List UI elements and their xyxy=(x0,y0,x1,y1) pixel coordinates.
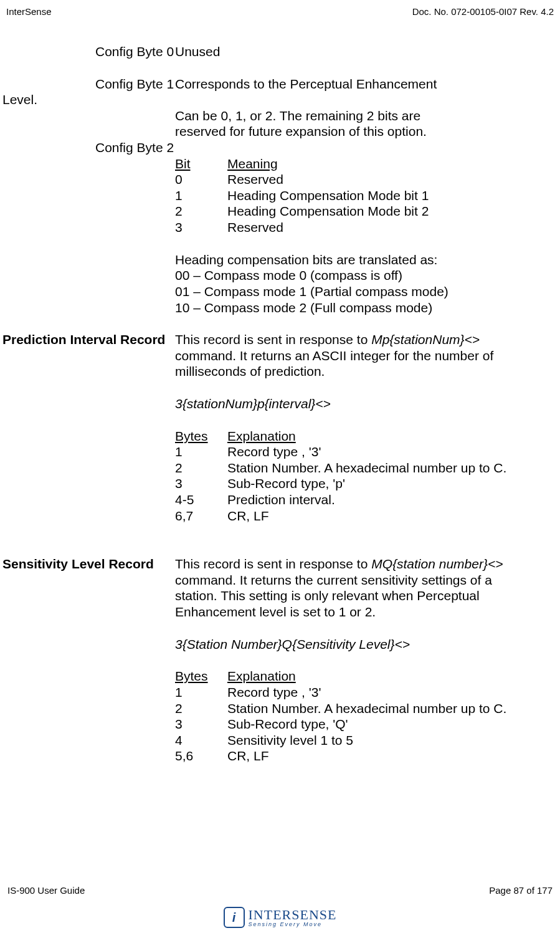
expl-cell: CR, LF xyxy=(227,508,554,524)
expl-cell: Sub-Record type, 'Q' xyxy=(227,716,554,732)
meaning-cell: Reserved xyxy=(227,171,554,188)
bytes-cell: 2 xyxy=(175,701,227,717)
bytes-cell: 6,7 xyxy=(175,508,227,524)
sensitivity-desc-line2: command. It returns the current sensitiv… xyxy=(175,572,560,588)
meaning-cell: Heading Compensation Mode bit 2 xyxy=(227,203,554,219)
translated-intro: Heading compensation bits are translated… xyxy=(175,252,560,268)
page-content: Config Byte 0 Unused Config Byte 1 Corre… xyxy=(0,44,560,764)
bytes-cell: 4 xyxy=(175,732,227,749)
bytes-cell: 1 xyxy=(175,684,227,701)
bit-header: Bit xyxy=(175,156,227,172)
expl-cell: Prediction interval. xyxy=(227,492,554,508)
compass-mode-2: 10 – Compass mode 2 (Full compass mode) xyxy=(175,300,560,316)
page-footer: IS-900 User Guide Page 87 of 177 xyxy=(0,885,560,896)
bytes-cell: 4-5 xyxy=(175,492,227,508)
bit-cell: 3 xyxy=(175,219,227,236)
expl-cell: Station Number. A hexadecimal number up … xyxy=(227,701,554,717)
explanation-header: Explanation xyxy=(227,668,554,684)
bytes-header: Bytes xyxy=(175,668,227,684)
prediction-desc-line1: This record is sent in response to Mp{st… xyxy=(175,332,560,348)
config-byte-1-level: Level. xyxy=(0,92,37,108)
sensitivity-desc-line3: station. This setting is only relevant w… xyxy=(175,588,560,604)
prediction-format: 3{stationNum}p{interval}<> xyxy=(175,396,560,412)
bytes-header: Bytes xyxy=(175,428,227,444)
bytes-cell: 2 xyxy=(175,460,227,476)
bit-cell: 2 xyxy=(175,203,227,219)
meaning-cell: Reserved xyxy=(227,219,554,236)
sensitivity-format: 3{Station Number}Q{Sensitivity Level}<> xyxy=(175,636,560,653)
bytes-cell: 3 xyxy=(175,476,227,492)
logo-sub-text: Sensing Every Move xyxy=(249,922,337,927)
compass-mode-1: 01 – Compass mode 1 (Partial compass mod… xyxy=(175,284,560,300)
header-left: InterSense xyxy=(6,6,52,17)
config-byte-1-label: Config Byte 1 xyxy=(0,76,175,92)
bytes-cell: 5,6 xyxy=(175,748,227,764)
logo-main-text: INTERSENSE xyxy=(249,908,337,922)
config-byte-1-line1: Corresponds to the Perceptual Enhancemen… xyxy=(175,76,560,92)
config-byte-1-line3: reserved for future expansion of this op… xyxy=(175,123,560,140)
sensitivity-desc-line4: Enhancement level is set to 1 or 2. xyxy=(175,604,560,620)
expl-cell: Record type , '3' xyxy=(227,684,554,701)
bit-cell: 1 xyxy=(175,188,227,204)
sensitivity-title: Sensitivity Level Record xyxy=(0,556,175,572)
expl-cell: Station Number. A hexadecimal number up … xyxy=(227,460,554,476)
footer-right: Page 87 of 177 xyxy=(489,885,553,896)
header-right: Doc. No. 072-00105-0I07 Rev. 4.2 xyxy=(412,6,554,17)
prediction-title: Prediction Interval Record xyxy=(0,332,175,348)
footer-left: IS-900 User Guide xyxy=(7,885,85,896)
meaning-cell: Heading Compensation Mode bit 1 xyxy=(227,188,554,204)
meaning-header: Meaning xyxy=(227,156,554,172)
intersense-logo: i INTERSENSE Sensing Every Move xyxy=(224,907,337,928)
compass-mode-0: 00 – Compass mode 0 (compass is off) xyxy=(175,267,560,284)
prediction-desc-line2: command. It returns an ASCII integer for… xyxy=(175,348,560,364)
expl-cell: Sensitivity level 1 to 5 xyxy=(227,732,554,749)
config-byte-1-line2: Can be 0, 1, or 2. The remaining 2 bits … xyxy=(175,108,560,124)
sensitivity-desc-line1: This record is sent in response to MQ{st… xyxy=(175,556,560,572)
logo-icon: i xyxy=(224,907,245,928)
config-byte-2-label: Config Byte 2 xyxy=(0,140,175,156)
explanation-header: Explanation xyxy=(227,428,554,444)
bytes-cell: 3 xyxy=(175,716,227,732)
bit-cell: 0 xyxy=(175,171,227,188)
expl-cell: CR, LF xyxy=(227,748,554,764)
config-byte-0-label: Config Byte 0 xyxy=(0,44,175,60)
config-byte-0-value: Unused xyxy=(175,44,560,60)
expl-cell: Sub-Record type, 'p' xyxy=(227,476,554,492)
expl-cell: Record type , '3' xyxy=(227,444,554,460)
page-header: InterSense Doc. No. 072-00105-0I07 Rev. … xyxy=(0,6,560,17)
bytes-cell: 1 xyxy=(175,444,227,460)
prediction-desc-line3: milliseconds of prediction. xyxy=(175,363,560,380)
